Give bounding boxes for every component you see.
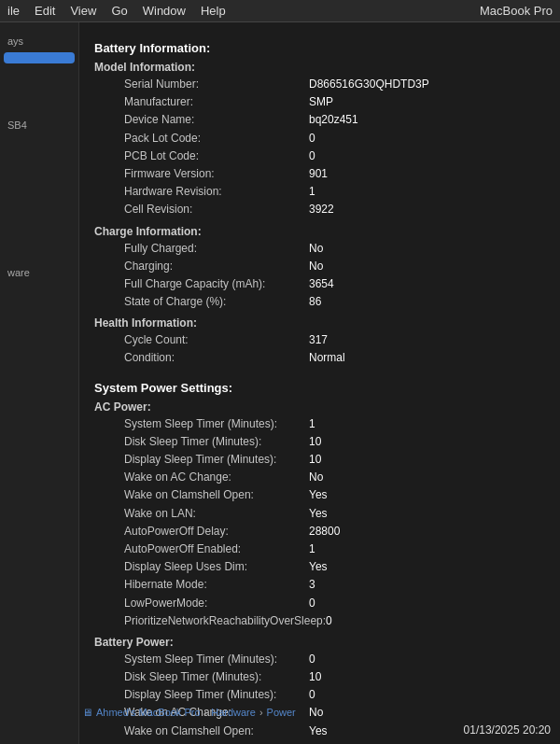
ac-row-7: AutoPowerOff Enabled:1 — [94, 540, 545, 558]
batt-value-2: 0 — [309, 686, 315, 704]
ac-label-5: Wake on LAN: — [94, 505, 309, 523]
ac-power-rows: System Sleep Timer (Minutes):1Disk Sleep… — [94, 415, 545, 630]
pack-lot-value: 0 — [309, 130, 315, 147]
content-area[interactable]: Battery Information: Model Information: … — [79, 22, 560, 744]
system-power-title: System Power Settings: — [94, 381, 545, 395]
ac-value-9: 3 — [309, 576, 315, 594]
menu-file[interactable]: ile — [7, 4, 20, 18]
breadcrumb-sep-1: › — [204, 707, 208, 718]
batt-label-1: Disk Sleep Timer (Minutes): — [94, 668, 309, 686]
device-name-value: bq20z451 — [309, 111, 358, 129]
ac-label-11: PrioritizeNetworkReachabilityOverSleep: — [94, 612, 326, 630]
window-title: MacBook Pro — [480, 4, 553, 18]
ac-label-7: AutoPowerOff Enabled: — [94, 540, 309, 558]
timestamp: 01/13/2025 20:20 — [464, 723, 551, 737]
cycle-count-label: Cycle Count: — [94, 331, 309, 349]
ac-value-8: Yes — [309, 558, 328, 576]
battery-power-heading: Battery Power: — [94, 636, 545, 649]
ac-label-3: Wake on AC Change: — [94, 469, 309, 486]
hardware-rev-row: Hardware Revision: 1 — [94, 183, 545, 201]
ac-value-10: 0 — [309, 595, 315, 612]
cell-rev-value: 3922 — [309, 201, 334, 218]
ac-row-1: Disk Sleep Timer (Minutes):10 — [94, 433, 545, 451]
firmware-value: 901 — [309, 165, 328, 183]
menu-edit[interactable]: Edit — [35, 4, 55, 18]
fully-charged-value: No — [309, 240, 323, 258]
pcb-lot-label: PCB Lot Code: — [94, 147, 309, 165]
batt-label-2: Display Sleep Timer (Minutes): — [94, 686, 309, 704]
menubar: ile Edit View Go Window Help MacBook Pro — [0, 0, 560, 22]
ac-row-5: Wake on LAN:Yes — [94, 505, 545, 523]
ac-row-8: Display Sleep Uses Dim:Yes — [94, 558, 545, 576]
pcb-lot-row: PCB Lot Code: 0 — [94, 147, 545, 165]
ac-value-6: 28800 — [309, 523, 340, 540]
pack-lot-row: Pack Lot Code: 0 — [94, 130, 545, 147]
ac-row-11: PrioritizeNetworkReachabilityOverSleep:0 — [94, 612, 545, 630]
pcb-lot-value: 0 — [309, 147, 315, 165]
ac-value-7: 1 — [309, 540, 315, 558]
serial-number-row: Serial Number: D866516G30QHDTD3P — [94, 76, 545, 93]
firmware-label: Firmware Version: — [94, 165, 309, 183]
batt-label-4: Wake on Clamshell Open: — [94, 723, 309, 740]
charging-value: No — [309, 258, 323, 275]
ac-label-8: Display Sleep Uses Dim: — [94, 558, 309, 576]
menu-window[interactable]: Window — [143, 4, 186, 18]
cell-rev-row: Cell Revision: 3922 — [94, 201, 545, 218]
serial-number-value: D866516G30QHDTD3P — [309, 76, 429, 93]
charging-row: Charging: No — [94, 258, 545, 275]
device-name-label: Device Name: — [94, 111, 309, 129]
batt-value-0: 0 — [309, 651, 315, 668]
batt-row-0: System Sleep Timer (Minutes):0 — [94, 651, 545, 668]
batt-row-2: Display Sleep Timer (Minutes):0 — [94, 686, 545, 704]
ac-label-1: Disk Sleep Timer (Minutes): — [94, 433, 309, 451]
batt-label-0: System Sleep Timer (Minutes): — [94, 651, 309, 668]
ac-value-11: 0 — [326, 612, 332, 630]
state-of-charge-label: State of Charge (%): — [94, 293, 309, 311]
firmware-row: Firmware Version: 901 — [94, 165, 545, 183]
ac-value-2: 10 — [309, 451, 321, 469]
sidebar: ays SB4 ware — [0, 22, 79, 744]
full-charge-row: Full Charge Capacity (mAh): 3654 — [94, 275, 545, 293]
charge-info-heading: Charge Information: — [94, 225, 545, 238]
state-of-charge-row: State of Charge (%): 86 — [94, 293, 545, 311]
ac-label-0: System Sleep Timer (Minutes): — [94, 415, 309, 433]
sidebar-item-active[interactable] — [4, 52, 75, 63]
cycle-count-value: 317 — [309, 331, 328, 349]
sidebar-item-ware[interactable]: ware — [0, 136, 78, 284]
condition-row: Condition: Normal — [94, 349, 545, 367]
ac-row-0: System Sleep Timer (Minutes):1 — [94, 415, 545, 433]
state-of-charge-value: 86 — [309, 293, 321, 311]
sidebar-item-ays[interactable]: ays — [0, 30, 78, 52]
ac-row-9: Hibernate Mode:3 — [94, 576, 545, 594]
manufacturer-row: Manufacturer: SMP — [94, 93, 545, 111]
serial-number-label: Serial Number: — [94, 76, 309, 93]
cycle-count-row: Cycle Count: 317 — [94, 331, 545, 349]
full-charge-value: 3654 — [309, 275, 334, 293]
ac-label-10: LowPowerMode: — [94, 595, 309, 612]
ac-value-3: No — [309, 469, 323, 486]
menu-help[interactable]: Help — [201, 4, 226, 18]
battery-title: Battery Information: — [94, 41, 545, 55]
ac-row-3: Wake on AC Change:No — [94, 469, 545, 486]
menu-go[interactable]: Go — [111, 4, 127, 18]
batt-value-1: 10 — [309, 668, 321, 686]
sidebar-item-sb4[interactable]: SB4 — [0, 63, 78, 136]
batt-value-3: No — [309, 704, 323, 722]
ac-row-6: AutoPowerOff Delay:28800 — [94, 523, 545, 540]
health-info-heading: Health Information: — [94, 316, 545, 330]
breadcrumb-item-2[interactable]: Hardware — [211, 707, 256, 718]
ac-label-2: Display Sleep Timer (Minutes): — [94, 451, 309, 469]
manufacturer-label: Manufacturer: — [94, 93, 309, 111]
full-charge-label: Full Charge Capacity (mAh): — [94, 275, 309, 293]
breadcrumb-item-3[interactable]: Power — [267, 707, 296, 718]
menu-view[interactable]: View — [70, 4, 96, 18]
breadcrumb-icon: 🖥 — [82, 707, 92, 718]
hardware-rev-label: Hardware Revision: — [94, 183, 309, 201]
manufacturer-value: SMP — [309, 93, 333, 111]
device-name-row: Device Name: bq20z451 — [94, 111, 545, 129]
breadcrumb-item-1[interactable]: Ahmed's MacBook Pro — [96, 707, 201, 718]
batt-value-4: Yes — [309, 723, 328, 740]
batt-row-1: Disk Sleep Timer (Minutes):10 — [94, 668, 545, 686]
breadcrumb-sep-2: › — [259, 707, 263, 718]
fully-charged-row: Fully Charged: No — [94, 240, 545, 258]
